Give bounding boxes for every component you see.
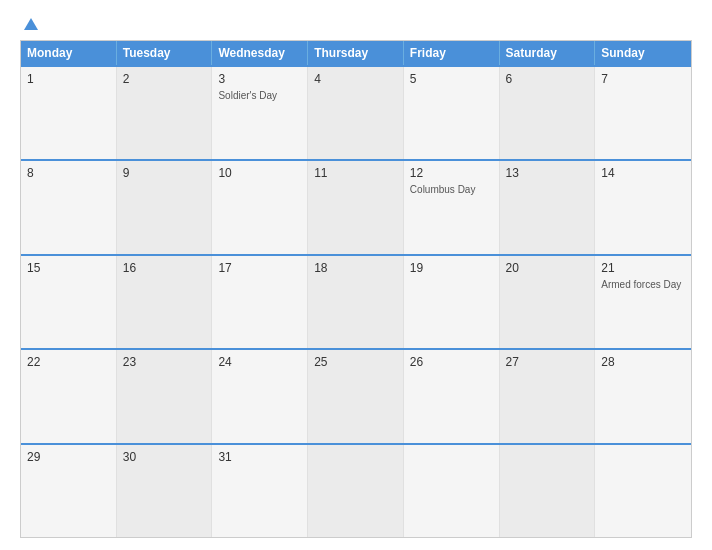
calendar-header-cell: Tuesday [117, 41, 213, 65]
day-number: 6 [506, 72, 589, 86]
day-number: 8 [27, 166, 110, 180]
header [20, 18, 692, 30]
day-number: 28 [601, 355, 685, 369]
calendar-cell: 18 [308, 256, 404, 348]
day-number: 22 [27, 355, 110, 369]
day-number: 30 [123, 450, 206, 464]
calendar-cell: 8 [21, 161, 117, 253]
day-number: 20 [506, 261, 589, 275]
day-number: 10 [218, 166, 301, 180]
calendar: MondayTuesdayWednesdayThursdayFridaySatu… [20, 40, 692, 538]
day-number: 23 [123, 355, 206, 369]
calendar-cell [308, 445, 404, 537]
holiday-label: Soldier's Day [218, 89, 301, 102]
calendar-week: 89101112Columbus Day1314 [21, 159, 691, 253]
holiday-label: Armed forces Day [601, 278, 685, 291]
day-number: 27 [506, 355, 589, 369]
calendar-cell [500, 445, 596, 537]
calendar-cell: 27 [500, 350, 596, 442]
calendar-cell: 15 [21, 256, 117, 348]
logo [20, 18, 38, 30]
calendar-cell: 2 [117, 67, 213, 159]
calendar-header-cell: Wednesday [212, 41, 308, 65]
day-number: 17 [218, 261, 301, 275]
calendar-cell [595, 445, 691, 537]
calendar-header-row: MondayTuesdayWednesdayThursdayFridaySatu… [21, 41, 691, 65]
day-number: 18 [314, 261, 397, 275]
calendar-cell: 1 [21, 67, 117, 159]
calendar-week: 293031 [21, 443, 691, 537]
calendar-cell: 29 [21, 445, 117, 537]
calendar-cell: 16 [117, 256, 213, 348]
logo-blue-text [20, 18, 38, 30]
day-number: 31 [218, 450, 301, 464]
calendar-cell: 23 [117, 350, 213, 442]
calendar-cell: 7 [595, 67, 691, 159]
logo-triangle-icon [24, 18, 38, 30]
calendar-cell: 13 [500, 161, 596, 253]
calendar-cell: 26 [404, 350, 500, 442]
calendar-week: 15161718192021Armed forces Day [21, 254, 691, 348]
day-number: 1 [27, 72, 110, 86]
holiday-label: Columbus Day [410, 183, 493, 196]
day-number: 2 [123, 72, 206, 86]
day-number: 24 [218, 355, 301, 369]
calendar-cell: 10 [212, 161, 308, 253]
day-number: 11 [314, 166, 397, 180]
calendar-cell: 21Armed forces Day [595, 256, 691, 348]
page: MondayTuesdayWednesdayThursdayFridaySatu… [0, 0, 712, 550]
calendar-body: 123Soldier's Day456789101112Columbus Day… [21, 65, 691, 537]
calendar-cell: 19 [404, 256, 500, 348]
day-number: 3 [218, 72, 301, 86]
calendar-cell: 17 [212, 256, 308, 348]
calendar-cell: 20 [500, 256, 596, 348]
calendar-header-cell: Saturday [500, 41, 596, 65]
calendar-cell: 6 [500, 67, 596, 159]
calendar-header-cell: Friday [404, 41, 500, 65]
calendar-cell: 11 [308, 161, 404, 253]
day-number: 15 [27, 261, 110, 275]
day-number: 4 [314, 72, 397, 86]
calendar-cell: 14 [595, 161, 691, 253]
calendar-cell [404, 445, 500, 537]
calendar-header-cell: Sunday [595, 41, 691, 65]
day-number: 5 [410, 72, 493, 86]
calendar-cell: 3Soldier's Day [212, 67, 308, 159]
day-number: 7 [601, 72, 685, 86]
day-number: 25 [314, 355, 397, 369]
calendar-cell: 30 [117, 445, 213, 537]
day-number: 26 [410, 355, 493, 369]
day-number: 16 [123, 261, 206, 275]
day-number: 14 [601, 166, 685, 180]
day-number: 21 [601, 261, 685, 275]
day-number: 9 [123, 166, 206, 180]
calendar-cell: 12Columbus Day [404, 161, 500, 253]
day-number: 29 [27, 450, 110, 464]
day-number: 19 [410, 261, 493, 275]
calendar-cell: 24 [212, 350, 308, 442]
day-number: 12 [410, 166, 493, 180]
calendar-cell: 22 [21, 350, 117, 442]
calendar-week: 123Soldier's Day4567 [21, 65, 691, 159]
calendar-cell: 9 [117, 161, 213, 253]
calendar-header-cell: Monday [21, 41, 117, 65]
calendar-cell: 31 [212, 445, 308, 537]
day-number: 13 [506, 166, 589, 180]
calendar-header-cell: Thursday [308, 41, 404, 65]
calendar-cell: 4 [308, 67, 404, 159]
calendar-cell: 25 [308, 350, 404, 442]
calendar-week: 22232425262728 [21, 348, 691, 442]
calendar-cell: 5 [404, 67, 500, 159]
calendar-cell: 28 [595, 350, 691, 442]
